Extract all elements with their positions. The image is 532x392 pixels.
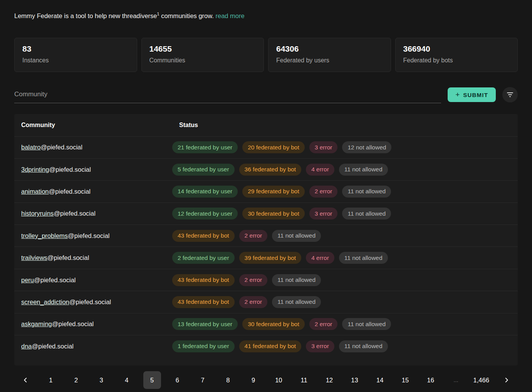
status-badge: 14 federated by user [172, 186, 238, 198]
community-link[interactable]: askgaming [21, 320, 52, 327]
table-row: trailviews@piefed.social2 federated by u… [14, 246, 518, 268]
page-button[interactable]: 4 [118, 371, 136, 389]
prev-page-button[interactable] [17, 371, 34, 389]
community-link[interactable]: historyruins [21, 210, 54, 217]
table-row: historyruins@piefed.social12 federated b… [14, 203, 518, 224]
community-domain: @piefed.social [69, 298, 111, 305]
community-link[interactable]: animation [21, 188, 49, 195]
status-badge: 43 federated by bot [172, 296, 235, 308]
community-cell: animation@piefed.social [14, 188, 172, 195]
column-header-status: Status [172, 122, 518, 129]
stat-value: 14655 [149, 44, 256, 54]
community-input-wrap [14, 87, 441, 103]
status-badge: 11 not allowed [272, 230, 321, 242]
stats-row: 83Instances14655Communities64306Federate… [14, 38, 518, 72]
intro-after: communities grow. [159, 12, 216, 19]
status-badge: 2 error [239, 296, 268, 308]
table-row: 3dprinting@piefed.social5 federated by u… [14, 158, 518, 180]
community-link[interactable]: peru [21, 276, 34, 283]
community-cell: dna@piefed.social [14, 343, 172, 350]
community-link[interactable]: 3dprinting [21, 166, 49, 173]
status-cell: 43 federated by bot2 error11 not allowed [172, 230, 518, 242]
page-button[interactable]: 7 [194, 371, 211, 389]
status-badge: 30 federated by bot [242, 208, 305, 219]
community-domain: @piefed.social [52, 320, 94, 327]
page-button[interactable]: 3 [92, 371, 110, 389]
community-domain: @piefed.social [47, 254, 89, 261]
table-row: peru@piefed.social43 federated by bot2 e… [14, 269, 518, 291]
community-link[interactable]: trolley_problems [21, 232, 68, 239]
status-badge: 5 federated by user [172, 164, 235, 176]
stat-label: Communities [149, 57, 256, 64]
filter-button[interactable] [502, 87, 518, 102]
status-cell: 12 federated by user30 federated by bot3… [172, 208, 518, 219]
status-badge: 2 error [239, 230, 268, 242]
page-button[interactable]: 16 [422, 371, 440, 389]
stat-card: 366940Federated by bots [395, 38, 518, 72]
status-badge: 3 error [309, 208, 338, 219]
status-badge: 11 not allowed [339, 252, 388, 264]
page-button[interactable]: 13 [346, 371, 364, 389]
status-badge: 3 error [309, 141, 338, 153]
page-button[interactable]: 12 [321, 371, 338, 389]
table-row: animation@piefed.social14 federated by u… [14, 180, 518, 202]
status-badge: 29 federated by bot [242, 186, 305, 198]
community-input[interactable] [14, 87, 441, 103]
table-row: trolley_problems@piefed.social43 federat… [14, 224, 518, 246]
status-cell: 43 federated by bot2 error11 not allowed [172, 296, 518, 308]
community-domain: @piefed.social [40, 144, 82, 151]
community-domain: @piefed.social [68, 232, 109, 239]
plus-icon: + [455, 90, 460, 99]
submit-button[interactable]: + SUBMIT [448, 87, 496, 102]
stat-label: Federated by users [276, 57, 383, 64]
table-header-row: Community Status [14, 114, 518, 136]
next-page-button[interactable] [498, 371, 515, 389]
page-button[interactable]: 5 [143, 371, 161, 389]
page-button[interactable]: 15 [396, 371, 414, 389]
stat-value: 366940 [403, 44, 510, 54]
page-button[interactable]: 9 [245, 371, 262, 389]
status-badge: 43 federated by bot [172, 274, 235, 286]
status-badge: 2 error [239, 274, 268, 286]
status-badge: 11 not allowed [342, 318, 391, 330]
status-badge: 39 federated by bot [239, 252, 302, 264]
community-domain: @piefed.social [34, 276, 76, 283]
community-cell: askgaming@piefed.social [14, 320, 172, 328]
community-link[interactable]: dna [21, 343, 32, 350]
page-button[interactable]: 6 [168, 371, 186, 389]
page: Lemmy Federate is a tool to help new thr… [0, 0, 532, 391]
status-badge: 36 federated by bot [239, 164, 302, 176]
filter-list-icon [507, 92, 513, 97]
community-cell: 3dprinting@piefed.social [14, 166, 172, 173]
page-ellipsis: … [447, 371, 465, 389]
community-cell: screen_addiction@piefed.social [14, 298, 172, 306]
table-row: askgaming@piefed.social13 federated by u… [14, 313, 518, 335]
status-badge: 43 federated by bot [172, 230, 235, 242]
page-button[interactable]: 11 [295, 371, 313, 389]
page-button[interactable]: 2 [67, 371, 85, 389]
community-link[interactable]: trailviews [21, 254, 47, 261]
column-header-community: Community [14, 122, 172, 129]
intro-before: Lemmy Federate is a tool to help new thr… [14, 12, 157, 19]
table-row: screen_addiction@piefed.social43 federat… [14, 291, 518, 313]
status-badge: 11 not allowed [342, 186, 391, 198]
form-row: + SUBMIT [14, 87, 518, 103]
page-button[interactable]: 14 [371, 371, 389, 389]
community-link[interactable]: screen_addiction [21, 298, 69, 305]
stat-label: Federated by bots [403, 57, 510, 64]
page-button[interactable]: 1 [42, 371, 60, 389]
table-row: balatro@piefed.social21 federated by use… [14, 136, 518, 158]
status-badge: 11 not allowed [339, 164, 388, 176]
read-more-link[interactable]: read more [215, 12, 244, 19]
status-badge: 2 federated by user [172, 252, 235, 264]
community-domain: @piefed.social [49, 166, 91, 173]
status-cell: 14 federated by user29 federated by bot2… [172, 186, 518, 198]
status-badge: 1 federated by user [172, 340, 235, 352]
page-button[interactable]: 1,466 [472, 371, 490, 389]
page-button[interactable]: 8 [219, 371, 237, 389]
community-link[interactable]: balatro [21, 144, 40, 151]
status-cell: 43 federated by bot2 error11 not allowed [172, 274, 518, 286]
status-badge: 30 federated by bot [242, 318, 305, 330]
community-domain: @piefed.social [54, 210, 95, 217]
page-button[interactable]: 10 [270, 371, 287, 389]
